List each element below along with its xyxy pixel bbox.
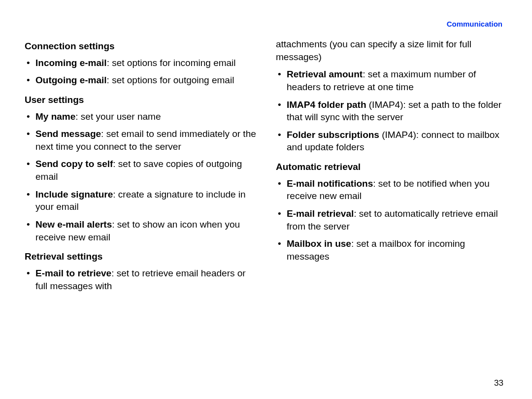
column-left: Connection settings Incoming e-mail: set… (25, 38, 256, 299)
term: E-mail notifications (287, 178, 373, 189)
list-item: E-mail notifications: set to be notified… (276, 177, 507, 202)
term: E-mail to retrieve (35, 268, 111, 278)
list-item: Incoming e-mail: set options for incomin… (25, 57, 256, 69)
term: Send copy to self (35, 159, 113, 169)
list-item: Mailbox in use: set a mailbox for incomi… (276, 237, 507, 263)
heading-connection-settings: Connection settings (25, 40, 256, 53)
list-retrieval-settings: E-mail to retrieve: set to retrieve emai… (25, 267, 256, 292)
list-item: New e-mail alerts: set to show an icon w… (25, 218, 256, 243)
content-columns: Connection settings Incoming e-mail: set… (25, 38, 507, 299)
column-right: attachments (you can specify a size limi… (276, 38, 507, 299)
list-item: Send message: set email to send immediat… (25, 128, 256, 153)
list-retrieval-cont: Retrieval amount: set a maximum number o… (276, 68, 507, 154)
list-item: Include signature: create a signature to… (25, 188, 256, 213)
list-item: E-mail to retrieve: set to retrieve emai… (25, 267, 256, 292)
term: Include signature (35, 189, 113, 200)
term: Retrieval amount (287, 69, 363, 79)
term: My name (35, 111, 75, 122)
list-item: IMAP4 folder path (IMAP4): set a path to… (276, 99, 507, 124)
term: Incoming e-mail (35, 58, 107, 68)
section-breadcrumb: Communication (25, 20, 507, 28)
list-item: Outgoing e-mail: set options for outgoin… (25, 74, 256, 87)
desc: : set your user name (75, 111, 161, 122)
continuation-text: attachments (you can specify a size limi… (276, 38, 507, 63)
term: Folder subscriptions (287, 130, 379, 140)
list-item: Retrieval amount: set a maximum number o… (276, 68, 507, 93)
list-automatic-retrieval: E-mail notifications: set to be notified… (276, 177, 507, 263)
list-connection-settings: Incoming e-mail: set options for incomin… (25, 57, 256, 87)
heading-automatic-retrieval: Automatic retrieval (276, 161, 507, 173)
term: IMAP4 folder path (287, 100, 366, 110)
page-number: 33 (494, 378, 503, 388)
term: Send message (35, 129, 101, 139)
desc: : set options for outgoing email (107, 75, 234, 85)
list-item: Send copy to self: set to save copies of… (25, 158, 256, 183)
desc: : set options for incoming email (107, 58, 236, 68)
heading-user-settings: User settings (25, 94, 256, 106)
heading-retrieval-settings: Retrieval settings (25, 250, 256, 263)
list-item: My name: set your user name (25, 110, 256, 123)
list-item: E-mail retrieval: set to automatically r… (276, 207, 507, 233)
term: Outgoing e-mail (35, 75, 107, 85)
list-item: Folder subscriptions (IMAP4): connect to… (276, 129, 507, 154)
term: Mailbox in use (287, 238, 351, 249)
term: E-mail retrieval (287, 208, 354, 219)
term: New e-mail alerts (35, 219, 112, 230)
page: Communication Connection settings Incomi… (0, 0, 532, 399)
list-user-settings: My name: set your user name Send message… (25, 110, 256, 244)
